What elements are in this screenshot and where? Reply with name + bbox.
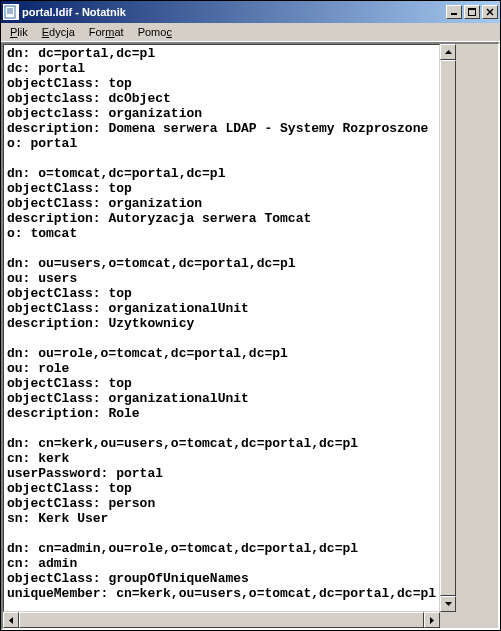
app-icon bbox=[3, 4, 19, 20]
scroll-thumb-h[interactable] bbox=[19, 612, 424, 628]
menu-edit[interactable]: Edycja bbox=[35, 24, 82, 40]
title-bar: portal.ldif - Notatnik bbox=[1, 1, 500, 23]
menu-edit-rest: dycja bbox=[49, 26, 75, 38]
horizontal-scrollbar[interactable] bbox=[3, 612, 440, 628]
svg-marker-11 bbox=[9, 617, 13, 624]
scroll-up-button[interactable] bbox=[440, 44, 456, 60]
scroll-down-button[interactable] bbox=[440, 596, 456, 612]
svg-marker-10 bbox=[445, 602, 452, 606]
window-title: portal.ldif - Notatnik bbox=[22, 6, 446, 18]
maximize-button[interactable] bbox=[464, 5, 480, 19]
close-button[interactable] bbox=[482, 5, 498, 19]
horizontal-scrollbar-wrap bbox=[3, 612, 456, 628]
svg-rect-0 bbox=[5, 6, 15, 18]
scroll-right-button[interactable] bbox=[424, 612, 440, 628]
menu-file[interactable]: Plik bbox=[3, 24, 35, 40]
scroll-left-button[interactable] bbox=[3, 612, 19, 628]
svg-marker-9 bbox=[445, 50, 452, 54]
vertical-scrollbar[interactable] bbox=[440, 44, 456, 612]
svg-marker-12 bbox=[430, 617, 434, 624]
scroll-thumb-v[interactable] bbox=[440, 60, 456, 596]
menu-bar: Plik Edycja Format Pomoc bbox=[1, 23, 500, 42]
client-area: dn: dc=portal,dc=pl dc: portal objectCla… bbox=[1, 42, 500, 630]
menu-file-rest: lik bbox=[17, 26, 27, 38]
minimize-button[interactable] bbox=[446, 5, 462, 19]
window-controls bbox=[446, 5, 498, 19]
scrollbar-corner bbox=[440, 612, 456, 628]
text-editor[interactable]: dn: dc=portal,dc=pl dc: portal objectCla… bbox=[3, 44, 440, 612]
menu-format[interactable]: Format bbox=[82, 24, 131, 40]
menu-help[interactable]: Pomoc bbox=[131, 24, 179, 40]
menu-format-rest: at bbox=[114, 26, 123, 38]
